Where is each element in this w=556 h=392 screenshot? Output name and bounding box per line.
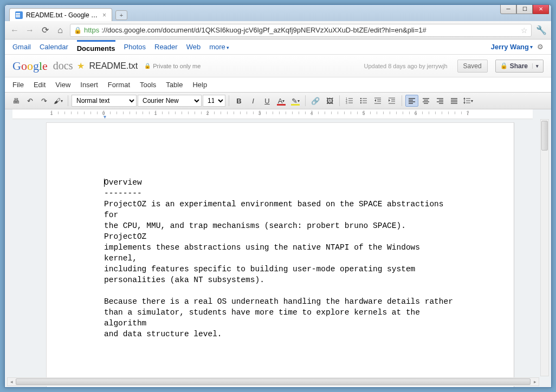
bulleted-list-button[interactable] xyxy=(357,95,370,107)
menu-insert[interactable]: Insert xyxy=(80,81,98,89)
bookmark-star-icon[interactable]: ☆ xyxy=(521,26,528,35)
align-center-button[interactable] xyxy=(419,95,432,107)
scroll-right-arrow-icon[interactable]: ▸ xyxy=(531,378,539,386)
url-protocol: https xyxy=(84,26,99,34)
align-right-button[interactable] xyxy=(434,95,447,107)
menu-bar: File Edit View Insert Format Tools Table… xyxy=(5,77,551,93)
svg-marker-42 xyxy=(463,97,466,99)
gnav-web[interactable]: Web xyxy=(186,43,201,51)
doc-header: Google docs ★ README.txt 🔒 Private to on… xyxy=(5,55,551,77)
horizontal-scrollbar[interactable]: ◂ ▸ xyxy=(7,377,539,386)
bold-button[interactable]: B xyxy=(232,95,245,107)
redo-button[interactable]: ↷ xyxy=(37,95,50,107)
paint-format-button[interactable]: 🖌▾ xyxy=(51,95,64,107)
google-nav-bar: Gmail Calendar Documents Photos Reader W… xyxy=(5,40,551,55)
doc-star-icon[interactable]: ★ xyxy=(77,61,85,71)
undo-button[interactable]: ↶ xyxy=(23,95,36,107)
window-minimize-button[interactable]: ─ xyxy=(500,4,516,14)
line-spacing-button[interactable]: ▾ xyxy=(462,95,475,107)
menu-help[interactable]: Help xyxy=(192,81,207,89)
gnav-photos[interactable]: Photos xyxy=(124,43,146,51)
url-path: ://docs.google.com/document/d/1QKSI6kuog… xyxy=(101,26,426,34)
svg-marker-43 xyxy=(463,102,466,104)
svg-point-8 xyxy=(360,102,362,104)
share-dropdown-icon[interactable]: ▾ xyxy=(532,63,539,69)
gnav-user[interactable]: Jerry Wang xyxy=(491,43,529,51)
menu-file[interactable]: File xyxy=(12,81,24,89)
document-page[interactable]: Overview -------- ProjectOZ is an experi… xyxy=(46,122,514,387)
doc-privacy[interactable]: 🔒 Private to only me xyxy=(144,63,201,69)
new-tab-button[interactable]: + xyxy=(115,10,127,20)
scroll-left-arrow-icon[interactable]: ◂ xyxy=(8,378,15,386)
menu-tools[interactable]: Tools xyxy=(140,81,156,89)
insert-image-button[interactable]: 🖼 xyxy=(323,95,336,107)
format-toolbar: 🖶 ↶ ↷ 🖌▾ Normal text Courier New 11pt B … xyxy=(5,93,551,109)
svg-text:3: 3 xyxy=(346,101,347,104)
print-button[interactable]: 🖶 xyxy=(9,95,22,107)
menu-edit[interactable]: Edit xyxy=(34,81,46,89)
lock-icon: 🔒 xyxy=(74,27,82,34)
settings-gear-icon[interactable]: ⚙ xyxy=(537,43,544,51)
gnav-reader[interactable]: Reader xyxy=(154,43,178,51)
google-logo[interactable]: Google xyxy=(12,59,48,73)
italic-button[interactable]: I xyxy=(247,95,260,107)
nav-reload-button[interactable]: ⟳ xyxy=(40,25,50,36)
nav-back-button[interactable]: ← xyxy=(9,25,20,36)
browser-window: ─ ☐ ✕ README.txt - Google Docs × + ← → ⟳… xyxy=(4,4,552,388)
docs-favicon-icon xyxy=(15,11,23,19)
window-close-button[interactable]: ✕ xyxy=(533,4,549,14)
font-size-select[interactable]: 11pt xyxy=(203,95,225,107)
align-left-button[interactable] xyxy=(405,95,418,107)
scroll-thumb[interactable] xyxy=(541,121,548,151)
gnav-documents[interactable]: Documents xyxy=(77,40,115,53)
font-family-select[interactable]: Courier New xyxy=(138,95,202,107)
browser-tab[interactable]: README.txt - Google Docs × xyxy=(9,8,112,21)
insert-link-button[interactable]: 🔗 xyxy=(309,95,322,107)
window-maximize-button[interactable]: ☐ xyxy=(516,4,533,14)
svg-marker-21 xyxy=(389,99,390,102)
svg-marker-16 xyxy=(374,99,376,102)
share-button[interactable]: 🔒 Share ▾ xyxy=(495,60,544,73)
menu-table[interactable]: Table xyxy=(166,81,183,89)
decrease-indent-button[interactable] xyxy=(371,95,384,107)
document-content[interactable]: Overview -------- ProjectOZ is an experi… xyxy=(104,177,456,339)
nav-forward-button[interactable]: → xyxy=(24,25,35,36)
numbered-list-button[interactable]: 123 xyxy=(343,95,356,107)
increase-indent-button[interactable] xyxy=(385,95,398,107)
align-justify-button[interactable] xyxy=(448,95,461,107)
paragraph-style-select[interactable]: Normal text xyxy=(72,95,137,107)
privacy-lock-icon: 🔒 xyxy=(144,63,151,69)
svg-point-7 xyxy=(360,100,362,102)
share-lock-icon: 🔒 xyxy=(500,62,508,69)
wrench-menu-button[interactable]: 🔧 xyxy=(536,25,547,36)
gnav-gmail[interactable]: Gmail xyxy=(12,43,31,51)
scroll-thumb-h[interactable] xyxy=(16,378,531,385)
svg-point-6 xyxy=(360,98,362,100)
nav-home-button[interactable]: ⌂ xyxy=(55,25,66,36)
vertical-scrollbar[interactable] xyxy=(540,119,549,376)
tab-title: README.txt - Google Docs xyxy=(26,11,99,19)
horizontal-ruler[interactable]: 101234567▾ xyxy=(12,109,533,119)
tab-close-button[interactable]: × xyxy=(102,11,106,19)
text-color-button[interactable]: A▾ xyxy=(275,95,288,107)
highlight-color-button[interactable]: ✎▾ xyxy=(289,95,302,107)
gnav-more[interactable]: more xyxy=(209,43,229,51)
underline-button[interactable]: U xyxy=(261,95,274,107)
menu-format[interactable]: Format xyxy=(108,81,130,89)
address-bar-row: ← → ⟳ ⌂ 🔒 https://docs.google.com/docume… xyxy=(5,21,551,40)
user-menu-arrow-icon[interactable]: ▾ xyxy=(530,44,533,50)
doc-updated-text: Updated 8 days ago by jerrywjh xyxy=(364,63,448,69)
saved-button[interactable]: Saved xyxy=(457,60,488,73)
menu-view[interactable]: View xyxy=(55,81,70,89)
gnav-calendar[interactable]: Calendar xyxy=(40,43,68,51)
document-workspace: 101234567▾ Overview -------- ProjectOZ i… xyxy=(5,109,551,387)
tab-strip: README.txt - Google Docs × + xyxy=(5,5,551,21)
doc-title[interactable]: README.txt xyxy=(89,61,138,71)
address-bar[interactable]: 🔒 https://docs.google.com/document/d/1QK… xyxy=(70,24,532,37)
docs-logo-text: docs xyxy=(53,60,73,72)
